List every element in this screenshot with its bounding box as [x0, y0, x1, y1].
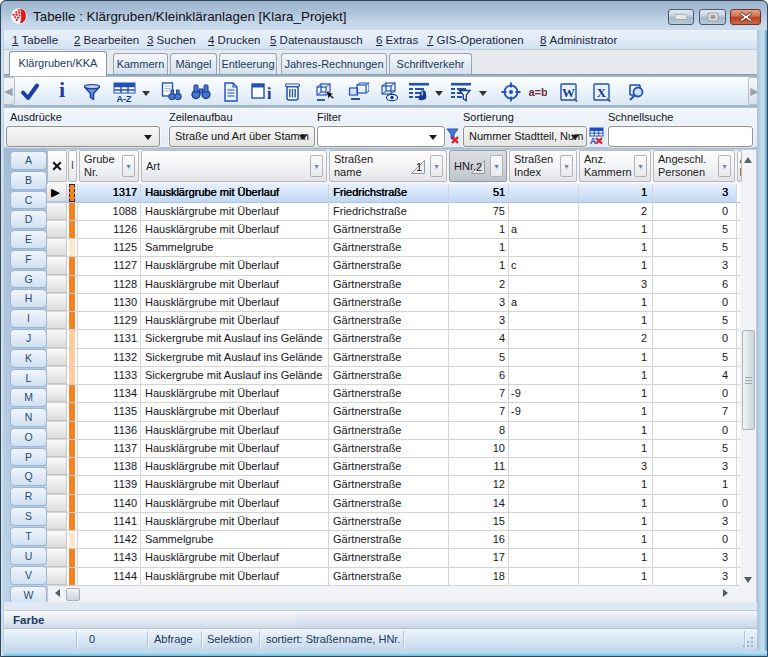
svg-text:X: X	[597, 85, 607, 100]
svg-text:1: 1	[416, 161, 422, 173]
svg-text:A-Z: A-Z	[117, 94, 132, 103]
svg-text:i: i	[267, 85, 271, 102]
svg-text:A: A	[590, 136, 596, 145]
svg-text:a=b: a=b	[529, 86, 547, 98]
svg-text:2: 2	[476, 161, 482, 173]
svg-text:W: W	[562, 85, 575, 100]
svg-text:i: i	[59, 80, 65, 102]
